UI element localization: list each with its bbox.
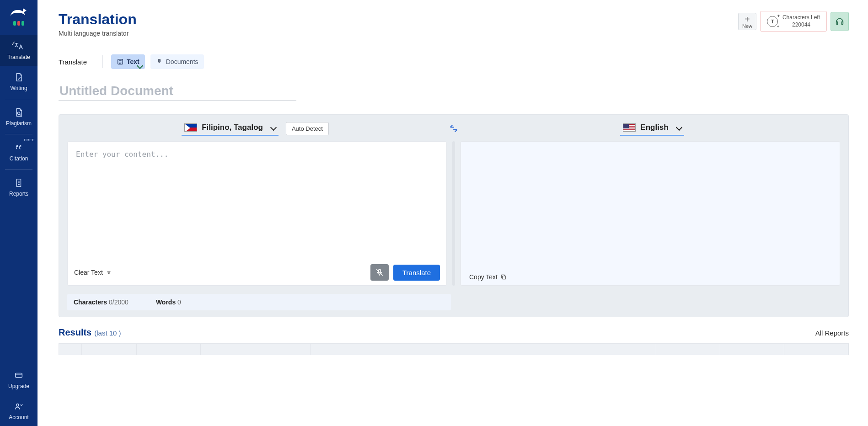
svg-point-2 (16, 404, 19, 407)
sidebar-item-upgrade[interactable]: Upgrade (0, 364, 38, 395)
reports-icon (14, 178, 24, 188)
words-value: 0 (177, 298, 181, 306)
separator (102, 55, 103, 68)
source-language-label: Filipino, Tagalog (202, 123, 263, 132)
tab-text[interactable]: Text (111, 54, 145, 69)
sidebar-item-account[interactable]: Account (0, 395, 38, 426)
characters-left-value: 220044 (782, 21, 820, 29)
document-title-input[interactable] (59, 82, 296, 101)
microphone-off-icon (375, 268, 384, 277)
results-title: Results (59, 327, 91, 338)
new-button-label: New (742, 23, 752, 29)
all-reports-link[interactable]: All Reports (815, 329, 849, 337)
sidebar-item-label: Writing (10, 85, 27, 91)
stats-bar: Characters 0/2000 Words 0 (67, 294, 451, 310)
sidebar-item-label: Upgrade (8, 383, 29, 389)
plus-icon: + (742, 15, 752, 23)
sidebar-item-label: Reports (9, 191, 28, 197)
sidebar-item-plagiarism[interactable]: Plagiarism (0, 101, 38, 132)
main-content: Translation Multi language translator + … (38, 0, 868, 426)
sidebar-item-label: Plagiarism (6, 120, 32, 127)
source-text-input[interactable] (68, 142, 446, 261)
table-header-cell (656, 344, 720, 355)
free-badge: FREE (24, 138, 35, 142)
table-header-cell (201, 344, 311, 355)
table-header-cell (311, 344, 592, 355)
sidebar-item-reports[interactable]: Reports (0, 171, 38, 202)
page-subtitle: Multi language translator (59, 30, 137, 37)
characters-left-box[interactable]: T Characters Left 220044 (760, 11, 827, 32)
target-language-label: English (640, 123, 668, 132)
source-text-box: Clear Text Translate (67, 141, 447, 286)
chevron-down-icon (676, 124, 682, 131)
account-icon (14, 401, 24, 411)
writing-icon (14, 72, 24, 82)
support-button[interactable] (830, 12, 849, 31)
characters-label: Characters (74, 298, 107, 306)
clear-text-label: Clear Text (74, 269, 103, 276)
table-header-cell (82, 344, 137, 355)
headset-icon (835, 16, 845, 27)
tab-documents[interactable]: Documents (150, 54, 204, 69)
page-title: Translation (59, 11, 137, 28)
source-language-select[interactable]: Filipino, Tagalog (182, 121, 279, 136)
characters-icon: T (767, 16, 778, 27)
chevron-down-icon (270, 124, 277, 131)
new-button[interactable]: + New (738, 13, 756, 30)
table-header-cell (720, 344, 784, 355)
copy-icon (500, 274, 507, 280)
copy-text-button[interactable]: Copy Text (467, 273, 507, 281)
results-subtitle: (last 10 ) (94, 329, 121, 337)
table-header-cell (784, 344, 848, 355)
results-table (59, 343, 849, 355)
flag-us-icon (623, 123, 636, 132)
target-language-select[interactable]: English (620, 121, 684, 136)
citation-icon (14, 143, 24, 153)
sidebar-item-label: Translate (7, 54, 30, 60)
table-header-cell (137, 344, 201, 355)
sidebar-item-citation[interactable]: FREE Citation (0, 136, 38, 167)
app-logo (11, 10, 27, 27)
clear-text-button[interactable]: Clear Text (74, 269, 112, 276)
text-icon (117, 58, 124, 65)
target-text-box: Copy Text (461, 141, 840, 286)
translate-icon (14, 41, 24, 51)
target-text-output (461, 142, 840, 270)
tab-documents-label: Documents (166, 58, 198, 65)
table-header-cell (59, 344, 82, 355)
sidebar: Translate Writing Plagiarism FREE Citati… (0, 0, 38, 426)
translate-button[interactable]: Translate (393, 265, 440, 281)
svg-rect-5 (503, 276, 506, 279)
microphone-button[interactable] (370, 264, 389, 281)
copy-text-label: Copy Text (469, 273, 498, 281)
characters-left-label: Characters Left (782, 14, 820, 21)
auto-detect-button[interactable]: Auto Detect (286, 122, 329, 135)
plagiarism-icon (14, 107, 24, 117)
clear-icon (106, 270, 112, 275)
sidebar-item-translate[interactable]: Translate (0, 35, 38, 66)
svg-rect-1 (16, 373, 22, 377)
attachment-icon (156, 58, 163, 65)
sidebar-item-label: Citation (10, 155, 28, 162)
flag-ph-icon (184, 123, 197, 132)
table-header-cell (592, 344, 656, 355)
section-label: Translate (59, 55, 87, 69)
characters-value: 0/2000 (109, 298, 129, 306)
tab-text-label: Text (127, 58, 139, 65)
swap-icon (448, 123, 460, 133)
swap-languages-button[interactable] (447, 123, 461, 133)
sidebar-item-writing[interactable]: Writing (0, 66, 38, 97)
sidebar-item-label: Account (9, 414, 28, 421)
translator-panel: Filipino, Tagalog Auto Detect English (59, 114, 849, 317)
words-label: Words (156, 298, 176, 306)
upgrade-icon (14, 370, 24, 380)
divider (452, 141, 455, 286)
